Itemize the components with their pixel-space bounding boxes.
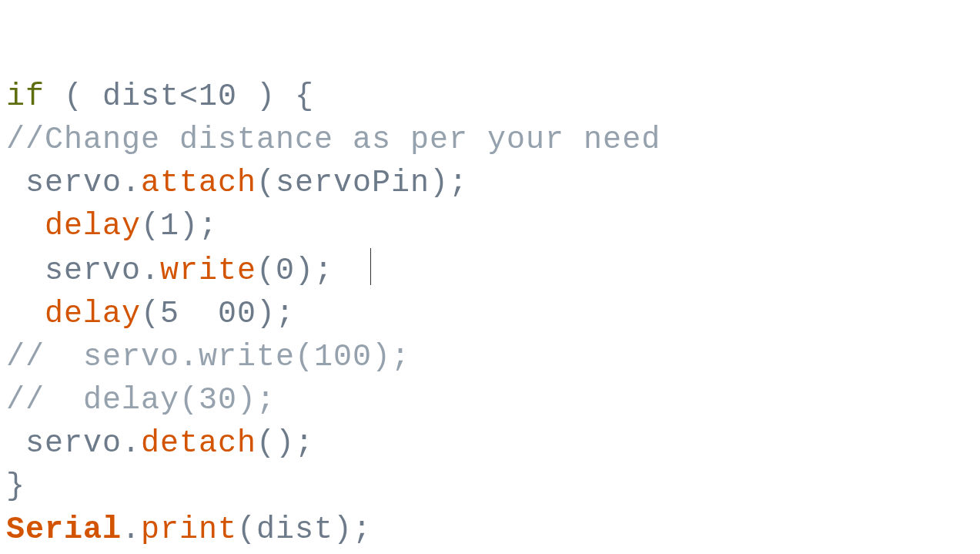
indent xyxy=(6,209,45,243)
keyword-if: if xyxy=(6,79,45,114)
fn-print: print xyxy=(141,512,237,547)
code-text: (5 00); xyxy=(141,297,295,331)
code-text: servo. xyxy=(6,166,141,200)
text-cursor xyxy=(370,248,371,285)
code-text: (dist); xyxy=(237,512,372,547)
fn-attach: attach xyxy=(141,166,256,200)
fn-detach: detach xyxy=(141,426,256,461)
dot: . xyxy=(122,512,141,547)
brace: } xyxy=(6,469,25,504)
comment-line: //Change distance as per your need xyxy=(6,123,661,157)
fn-delay: delay xyxy=(45,209,141,243)
code-text: (); xyxy=(256,426,314,461)
obj-serial: Serial xyxy=(6,512,122,547)
code-text: ( dist<10 ) { xyxy=(45,79,314,114)
fn-write: write xyxy=(160,253,256,288)
code-text: (0); xyxy=(256,253,333,288)
code-text: servo. xyxy=(6,253,160,288)
code-text: (1); xyxy=(141,209,218,243)
code-text: servo. xyxy=(6,426,141,461)
comment-line: // delay(30); xyxy=(6,383,276,418)
fn-delay: delay xyxy=(45,297,141,331)
indent xyxy=(6,297,45,331)
code-block: if ( dist<10 ) { //Change distance as pe… xyxy=(0,0,980,554)
code-text: (servoPin); xyxy=(256,166,468,200)
comment-line: // servo.write(100); xyxy=(6,340,410,374)
